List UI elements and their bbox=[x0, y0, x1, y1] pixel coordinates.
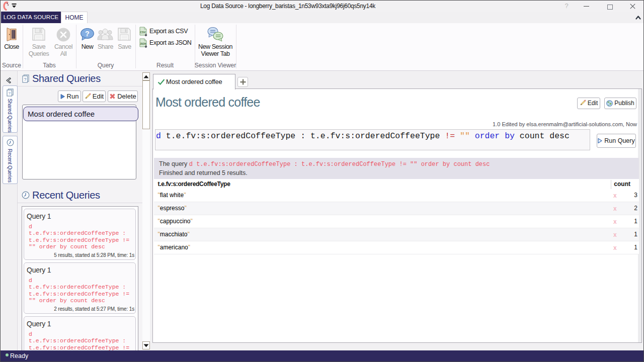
svg-text:CSV: CSV bbox=[140, 31, 146, 34]
svg-text:JSON: JSON bbox=[140, 43, 146, 45]
svg-text:?: ? bbox=[24, 77, 26, 82]
svg-text:?: ? bbox=[9, 91, 11, 96]
svg-text:?: ? bbox=[85, 30, 90, 38]
